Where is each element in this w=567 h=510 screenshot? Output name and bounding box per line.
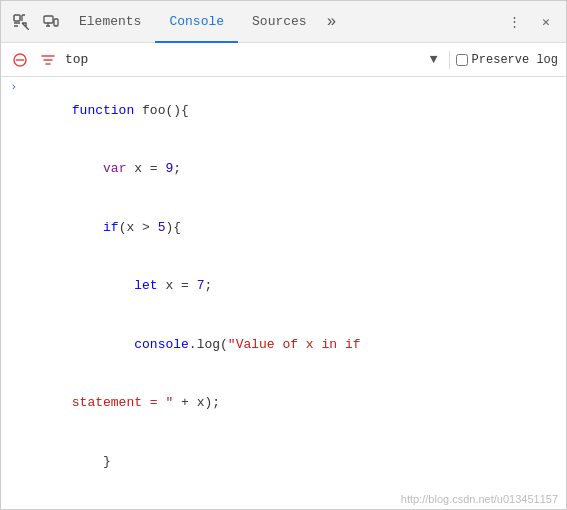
filter-input[interactable]: top [65, 52, 419, 67]
watermark: http://blog.csdn.net/u013451157 [401, 493, 558, 505]
code-content: function foo(){ var x = 9; if(x > 5){ le… [21, 79, 566, 510]
device-icon[interactable] [37, 8, 65, 36]
filter-icon[interactable] [37, 49, 59, 71]
toolbar-divider [449, 51, 450, 69]
svg-rect-1 [44, 16, 53, 23]
filter-dropdown-arrow[interactable]: ▼ [425, 51, 443, 69]
tab-actions: ⋮ ✕ [500, 8, 560, 36]
tab-elements[interactable]: Elements [65, 1, 155, 43]
tab-bar-left [7, 8, 65, 36]
code-block-line: › function foo(){ var x = 9; if(x > 5){ … [1, 77, 566, 510]
tab-sources[interactable]: Sources [238, 1, 321, 43]
expand-arrow[interactable]: › [1, 79, 21, 93]
preserve-log-checkbox[interactable] [456, 54, 468, 66]
tab-console[interactable]: Console [155, 1, 238, 43]
menu-dots-icon[interactable]: ⋮ [500, 8, 528, 36]
clear-console-icon[interactable] [9, 49, 31, 71]
svg-point-3 [56, 24, 57, 25]
tab-bar: Elements Console Sources » ⋮ ✕ [1, 1, 566, 43]
svg-rect-0 [14, 15, 20, 21]
console-output: › function foo(){ var x = 9; if(x > 5){ … [1, 77, 566, 510]
console-toolbar: top ▼ Preserve log [1, 43, 566, 77]
preserve-log-label[interactable]: Preserve log [456, 53, 558, 67]
tab-more-button[interactable]: » [321, 13, 343, 31]
inspect-icon[interactable] [7, 8, 35, 36]
close-devtools-button[interactable]: ✕ [532, 8, 560, 36]
